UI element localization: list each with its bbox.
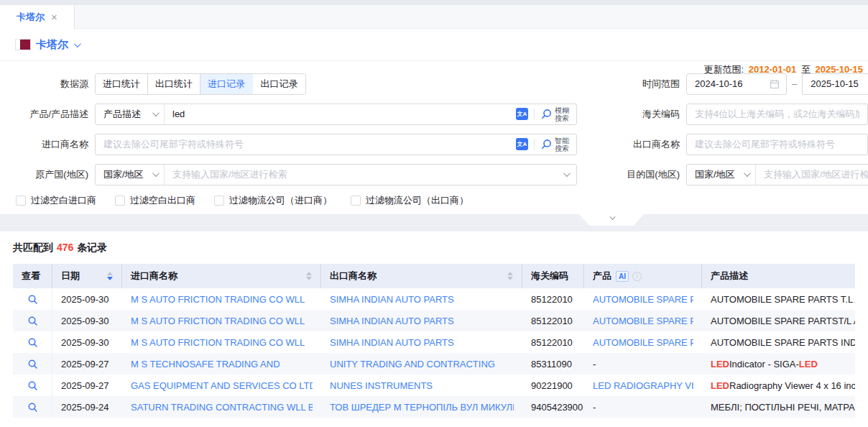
time-range-end-input[interactable]: 2025-10-15: [802, 73, 868, 95]
exporter-link[interactable]: ТОВ ШРЕДЕР М ТЕРНОПІЛЬ ВУЛ МИКУЛИ...: [330, 402, 514, 413]
time-range-end-value: 2025-10-15: [811, 78, 859, 89]
importer-input[interactable]: [96, 139, 516, 150]
exporter-link[interactable]: SIMHA INDIAN AUTO PARTS: [330, 294, 454, 305]
view-details-button[interactable]: [13, 288, 52, 310]
column-header[interactable]: 日期: [52, 264, 122, 288]
date-cell: 2025-09-27: [52, 353, 122, 375]
hs-code-input[interactable]: [687, 109, 867, 119]
sort-button[interactable]: [306, 272, 312, 280]
summary-suffix: 条记录: [77, 242, 107, 253]
exporter-input[interactable]: [687, 139, 867, 150]
search-icon: [540, 138, 553, 150]
checkbox-icon[interactable]: [351, 196, 361, 206]
exporter-link[interactable]: SIMHA INDIAN AUTO PARTS: [330, 337, 454, 348]
exporter-cell: SIMHA INDIAN AUTO PARTS: [321, 331, 522, 353]
data-source-option[interactable]: 进口记录: [200, 74, 253, 94]
product-link[interactable]: AUTOMOBILE SPARE P...: [593, 316, 693, 326]
description-text: МЕБЛІ; ПОСТІЛЬНІ РЕЧІ, МАТРАЦИ,...: [711, 402, 855, 413]
collapse-filters-button[interactable]: [579, 214, 644, 226]
sort-up-icon[interactable]: [306, 272, 312, 275]
destination-country-input[interactable]: [756, 169, 868, 180]
importer-link[interactable]: M S TECHNOSAFE TRADING AND: [131, 359, 280, 369]
product-link[interactable]: LED RADIOGRAPHY VI...: [593, 380, 693, 391]
exporter-label: 出口商名称: [577, 138, 686, 151]
data-source-option[interactable]: 进口统计: [96, 74, 148, 94]
view-details-button[interactable]: [13, 353, 52, 375]
importer-link[interactable]: M S AUTO FRICTION TRADING CO WLL: [131, 316, 305, 326]
destination-country-select[interactable]: 国家/地区: [687, 165, 756, 185]
column-header-label: 查看: [22, 270, 40, 283]
tab-qatar[interactable]: 卡塔尔 ×: [0, 5, 75, 29]
destination-label: 目的国(地区): [577, 168, 686, 181]
data-source-option[interactable]: 出口统计: [148, 74, 200, 94]
tab-close-icon[interactable]: ×: [51, 12, 57, 22]
table-row: 2025-09-30M S AUTO FRICTION TRADING CO W…: [13, 288, 855, 310]
update-range-start: 2012-01-01: [749, 64, 797, 75]
translate-icon[interactable]: 文A: [516, 138, 528, 150]
time-range-start-input[interactable]: 2024-10-16: [686, 73, 787, 95]
exporter-link[interactable]: UNITY TRADING AND CONTRACTING: [330, 359, 495, 369]
exporter-link[interactable]: SIMHA INDIAN AUTO PARTS: [330, 316, 454, 326]
hs-code-input-group: [686, 104, 868, 125]
filter-checkbox[interactable]: 过滤空白出口商: [115, 194, 195, 207]
filter-checkbox[interactable]: 过滤空白进口商: [16, 194, 96, 207]
sort-button[interactable]: [507, 272, 513, 280]
chevron-down-icon: [563, 170, 571, 177]
smart-search-button[interactable]: 智能搜索: [540, 137, 571, 152]
product-link[interactable]: AUTOMOBILE SPARE P...: [593, 294, 693, 305]
product-search-input[interactable]: [165, 109, 516, 119]
filter-checkbox-row: 过滤空白进口商过滤空白出口商过滤物流公司（进口商）过滤物流公司（出口商）: [0, 193, 868, 208]
product-cell: AUTOMOBILE SPARE P...: [584, 288, 702, 310]
chevron-down-icon: [744, 170, 751, 177]
view-details-button[interactable]: [13, 310, 52, 331]
importer-link[interactable]: SATURN TRADING CONTRACTING WLL BUI...: [131, 402, 313, 413]
hs-code-cell: 9405423900: [522, 396, 584, 418]
column-header[interactable]: 出口商名称: [321, 264, 522, 288]
view-details-button[interactable]: [13, 375, 52, 396]
checkbox-label: 过滤空白进口商: [31, 194, 96, 207]
country-dropdown-chevron-icon[interactable]: [74, 40, 81, 47]
column-header[interactable]: 进口商名称: [122, 264, 321, 288]
highlighted-term: LED: [711, 359, 729, 369]
description-cell: AUTOMOBILE SPARE PARTS T.L ASSY ...: [702, 288, 855, 310]
filter-checkbox[interactable]: 过滤物流公司（进口商）: [214, 194, 332, 207]
origin-country-input[interactable]: [165, 169, 563, 180]
ai-badge: AI: [616, 271, 629, 282]
column-header-label: 产品描述: [711, 270, 748, 283]
origin-country-select[interactable]: 国家/地区: [96, 165, 165, 185]
fuzzy-search-button[interactable]: 模糊搜索: [540, 106, 571, 122]
translate-icon[interactable]: 文A: [516, 108, 528, 120]
product-link[interactable]: AUTOMOBILE SPARE P...: [593, 337, 693, 348]
data-source-option[interactable]: 出口记录: [253, 74, 305, 94]
sort-down-icon[interactable]: [306, 277, 312, 280]
importer-link[interactable]: M S AUTO FRICTION TRADING CO WLL: [131, 294, 305, 305]
importer-link[interactable]: GAS EQUIPMENT AND SERVICES CO LTD: [131, 380, 313, 391]
importer-cell: SATURN TRADING CONTRACTING WLL BUI...: [122, 396, 321, 418]
sort-button[interactable]: [107, 272, 113, 280]
filter-checkbox[interactable]: 过滤物流公司（出口商）: [351, 194, 468, 207]
info-icon[interactable]: i: [632, 272, 642, 281]
column-header-label: 海关编码: [531, 270, 568, 283]
sort-up-icon[interactable]: [107, 272, 113, 275]
table-body: 2025-09-30M S AUTO FRICTION TRADING CO W…: [13, 288, 855, 418]
filter-row-origin: 原产国(地区) 国家/地区 目的国(地区) 国家/地区: [0, 163, 868, 185]
exporter-link[interactable]: NUNES INSTRUMENTS: [330, 380, 433, 391]
checkbox-icon[interactable]: [16, 196, 26, 206]
search-icon: [27, 402, 38, 413]
sort-up-icon[interactable]: [507, 272, 513, 275]
importer-cell: M S AUTO FRICTION TRADING CO WLL: [122, 331, 321, 353]
sort-down-icon[interactable]: [507, 277, 513, 280]
checkbox-icon[interactable]: [115, 196, 125, 206]
sort-down-icon[interactable]: [107, 277, 113, 280]
view-details-button[interactable]: [13, 396, 52, 418]
summary-prefix: 共匹配到: [13, 242, 53, 253]
importer-link[interactable]: M S AUTO FRICTION TRADING CO WLL: [131, 337, 305, 348]
product-type-select[interactable]: 产品描述: [96, 104, 165, 124]
view-details-button[interactable]: [13, 331, 52, 353]
app: 卡塔尔 × 卡塔尔 更新范围: 2012-01-01 至 2025-10-15 …: [0, 0, 868, 418]
product-cell: AUTOMOBILE SPARE P...: [584, 331, 702, 353]
checkbox-icon[interactable]: [214, 196, 224, 206]
column-header-label: 进口商名称: [131, 270, 177, 283]
update-range-end: 2025-10-15: [816, 64, 864, 75]
calendar-icon: [770, 79, 780, 89]
